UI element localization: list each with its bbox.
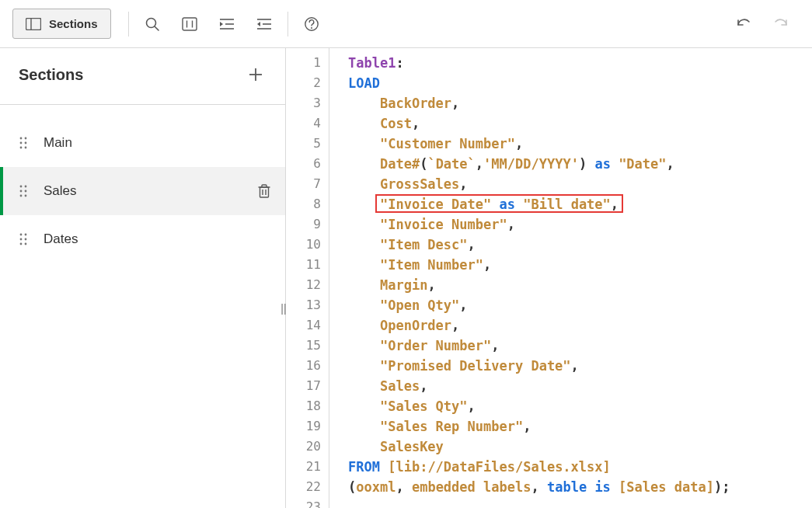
main-area: Sections MainSalesDates || 1234567891011… [0, 48, 812, 508]
code-line[interactable]: GrossSales, [348, 174, 812, 194]
line-number: 5 [286, 134, 321, 154]
indent-button[interactable] [208, 5, 246, 43]
code-line[interactable]: "Open Qty", [348, 295, 812, 315]
redo-icon [772, 17, 789, 31]
code-line[interactable]: BackOrder, [348, 93, 812, 113]
code-line[interactable]: "Invoice Number", [348, 214, 812, 235]
toolbar: Sections [0, 0, 812, 48]
line-number: 9 [286, 214, 321, 235]
drag-handle-icon[interactable] [19, 232, 28, 246]
line-number: 10 [286, 235, 321, 255]
line-number: 17 [286, 376, 321, 396]
line-gutter: 1234567891011121314151617181920212223 [286, 48, 329, 508]
svg-point-20 [25, 142, 27, 144]
delete-section-button[interactable] [257, 183, 271, 199]
line-number: 7 [286, 174, 321, 194]
outdent-icon [256, 18, 272, 30]
toolbar-divider [128, 12, 129, 37]
line-number: 8 [286, 194, 321, 214]
redo-button [762, 5, 800, 43]
section-item[interactable]: Dates [0, 215, 285, 263]
line-number: 14 [286, 315, 321, 336]
svg-point-27 [20, 195, 23, 197]
line-number: 18 [286, 396, 321, 416]
search-icon [145, 16, 160, 32]
line-number: 6 [286, 154, 321, 174]
plus-icon [248, 67, 263, 82]
comment-icon [182, 17, 197, 31]
code-line[interactable]: "Item Desc", [348, 235, 812, 255]
drag-handle-icon[interactable] [19, 136, 28, 150]
code-line[interactable]: OpenOrder, [348, 315, 812, 336]
sidebar-header: Sections [0, 48, 285, 105]
line-number: 22 [286, 477, 321, 497]
code-line[interactable]: "Sales Qty", [348, 396, 812, 416]
svg-point-36 [20, 243, 23, 245]
code-line[interactable]: Table1: [348, 53, 812, 73]
code-line[interactable]: Date#(`Date`,'MM/DD/YYYY') as "Date", [348, 154, 812, 174]
code-line[interactable] [348, 497, 812, 508]
code-line[interactable]: FROM [lib://DataFiles/Sales.xlsx] [348, 457, 812, 477]
sections-toggle-label: Sections [49, 17, 98, 30]
add-section-button[interactable] [245, 64, 267, 85]
svg-point-18 [25, 137, 27, 140]
line-number: 11 [286, 255, 321, 275]
code-line[interactable]: SalesKey [348, 437, 812, 457]
svg-rect-0 [26, 18, 41, 30]
code-line[interactable]: Sales, [348, 376, 812, 396]
line-number: 20 [286, 437, 321, 457]
svg-point-17 [20, 137, 23, 140]
drag-handle-icon[interactable] [19, 184, 28, 198]
code-line[interactable]: "Invoice Date" as "Bill date", [348, 194, 812, 214]
help-icon [304, 16, 319, 32]
line-number: 4 [286, 113, 321, 134]
panel-icon [26, 18, 41, 30]
svg-point-21 [20, 147, 23, 149]
code-line[interactable]: "Customer Number", [348, 134, 812, 154]
search-button[interactable] [134, 5, 171, 43]
sidebar-title: Sections [19, 66, 83, 84]
comment-button[interactable] [171, 5, 208, 43]
code-editor[interactable]: 1234567891011121314151617181920212223 Ta… [286, 48, 812, 508]
section-label: Dates [44, 231, 271, 247]
svg-point-19 [20, 142, 23, 144]
outdent-button[interactable] [246, 5, 283, 43]
svg-point-28 [25, 195, 27, 197]
sidebar-resize-handle[interactable]: || [279, 301, 288, 315]
svg-point-32 [20, 234, 23, 236]
section-item[interactable]: Main [0, 119, 285, 167]
line-number: 2 [286, 73, 321, 93]
code-line[interactable]: "Order Number", [348, 336, 812, 356]
line-number: 23 [286, 497, 321, 508]
svg-point-33 [25, 234, 27, 236]
section-item[interactable]: Sales [0, 167, 285, 215]
code-line[interactable]: "Promised Delivery Date", [348, 356, 812, 376]
section-label: Main [44, 135, 271, 151]
indent-icon [219, 18, 235, 30]
svg-rect-4 [183, 18, 197, 30]
code-line[interactable]: Cost, [348, 113, 812, 134]
line-number: 13 [286, 295, 321, 315]
code-line[interactable]: "Item Number", [348, 255, 812, 275]
code-line[interactable]: "Sales Rep Number", [348, 416, 812, 437]
line-number: 21 [286, 457, 321, 477]
sections-toggle-button[interactable]: Sections [12, 9, 111, 39]
svg-point-26 [25, 190, 27, 193]
sections-list: MainSalesDates [0, 105, 285, 263]
line-number: 1 [286, 53, 321, 73]
svg-line-3 [155, 26, 159, 30]
undo-button[interactable] [725, 5, 762, 43]
svg-point-37 [25, 243, 27, 245]
svg-point-23 [20, 186, 23, 188]
code-line[interactable]: LOAD [348, 73, 812, 93]
code-line[interactable]: (ooxml, embedded labels, table is [Sales… [348, 477, 812, 497]
svg-point-22 [25, 147, 27, 149]
svg-point-25 [20, 190, 23, 193]
help-button[interactable] [293, 5, 330, 43]
line-number: 3 [286, 93, 321, 113]
code-area[interactable]: Table1:LOAD BackOrder, Cost, "Customer N… [329, 48, 812, 508]
svg-point-35 [25, 238, 27, 241]
code-line[interactable]: Margin, [348, 275, 812, 295]
sidebar: Sections MainSalesDates || [0, 48, 286, 508]
section-label: Sales [44, 183, 242, 199]
